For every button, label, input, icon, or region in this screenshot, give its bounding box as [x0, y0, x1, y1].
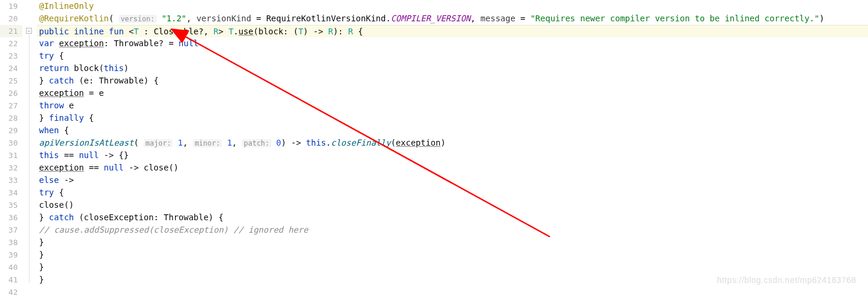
- line-number: 22: [0, 37, 22, 50]
- code-line[interactable]: } finally {: [37, 112, 868, 124]
- keyword: fun: [109, 27, 124, 36]
- code-content[interactable]: @InlineOnly @RequireKotlin( version: "1.…: [37, 0, 868, 296]
- line-number: 31: [0, 149, 22, 162]
- code-line[interactable]: else ->: [37, 174, 868, 186]
- line-number: 33: [0, 174, 22, 186]
- line-number: 24: [0, 62, 22, 75]
- line-number: 42: [0, 286, 22, 296]
- line-number: 30: [0, 137, 22, 149]
- code-line[interactable]: }: [37, 236, 868, 249]
- code-line[interactable]: exception = e: [37, 87, 868, 99]
- code-line[interactable]: exception == null -> close(): [37, 162, 868, 174]
- keyword: public: [39, 27, 69, 36]
- code-line[interactable]: throw e: [37, 99, 868, 112]
- line-number: 34: [0, 186, 22, 199]
- code-line[interactable]: apiVersionIsAtLeast( major: 1, minor: 1,…: [37, 137, 868, 149]
- enum-constant: COMPILER_VERSION: [391, 14, 471, 23]
- line-number: 38: [0, 236, 22, 249]
- code-line[interactable]: } catch (e: Throwable) {: [37, 75, 868, 87]
- code-line[interactable]: try {: [37, 50, 868, 62]
- code-line[interactable]: close(): [37, 199, 868, 211]
- line-number: 25: [0, 75, 22, 87]
- string-literal: "1.2": [161, 14, 186, 23]
- annotation: @InlineOnly: [39, 1, 94, 11]
- comment: // cause.addSuppressed(closeException) /…: [39, 225, 308, 234]
- line-number: 28: [0, 112, 22, 124]
- code-line[interactable]: var exception: Throwable? = null: [37, 37, 868, 50]
- line-number: 41: [0, 274, 22, 286]
- watermark: https://blog.csdn.net/mp624183768: [717, 274, 856, 287]
- code-line[interactable]: this == null -> {}: [37, 149, 868, 162]
- line-number: 27: [0, 99, 22, 112]
- line-number: 20: [0, 12, 22, 25]
- line-number: 36: [0, 211, 22, 224]
- code-line[interactable]: return block(this): [37, 62, 868, 75]
- code-line[interactable]: } catch (closeException: Throwable) {: [37, 211, 868, 224]
- code-line[interactable]: when {: [37, 124, 868, 137]
- param-hint: patch:: [242, 139, 271, 147]
- param-hint: major:: [144, 139, 173, 147]
- param-hint: minor:: [193, 139, 222, 147]
- param-hint: version:: [119, 15, 157, 23]
- fold-column: −: [25, 0, 37, 296]
- code-line[interactable]: // cause.addSuppressed(closeException) /…: [37, 224, 868, 236]
- line-number: 40: [0, 261, 22, 274]
- code-line[interactable]: try {: [37, 186, 868, 199]
- fold-toggle-icon[interactable]: −: [26, 28, 32, 34]
- code-line-highlighted[interactable]: public inline fun <T : Closeable?, R> T.…: [37, 25, 868, 37]
- string-literal: "Requires newer compiler version to be i…: [530, 14, 820, 23]
- keyword: inline: [74, 27, 104, 36]
- line-number: 26: [0, 87, 22, 99]
- line-number: 29: [0, 124, 22, 137]
- line-number: 32: [0, 162, 22, 174]
- line-number: 19: [0, 0, 22, 12]
- line-number-gutter: 19 20 21 22 23 24 25 26 27 28 29 30 31 3…: [0, 0, 25, 296]
- annotation: @RequireKotlin: [39, 14, 109, 23]
- code-line[interactable]: }: [37, 261, 868, 274]
- line-number: 35: [0, 199, 22, 211]
- line-number: 23: [0, 50, 22, 62]
- fold-guide: [29, 34, 30, 283]
- code-line[interactable]: @InlineOnly: [37, 0, 868, 12]
- code-line[interactable]: [37, 286, 868, 296]
- line-number: 39: [0, 249, 22, 261]
- code-line[interactable]: @RequireKotlin( version: "1.2", versionK…: [37, 12, 868, 25]
- code-editor[interactable]: 19 20 21 22 23 24 25 26 27 28 29 30 31 3…: [0, 0, 868, 296]
- function-name: use: [238, 27, 253, 36]
- code-line[interactable]: }: [37, 249, 868, 261]
- line-number: 37: [0, 224, 22, 236]
- line-number: 21: [0, 25, 22, 37]
